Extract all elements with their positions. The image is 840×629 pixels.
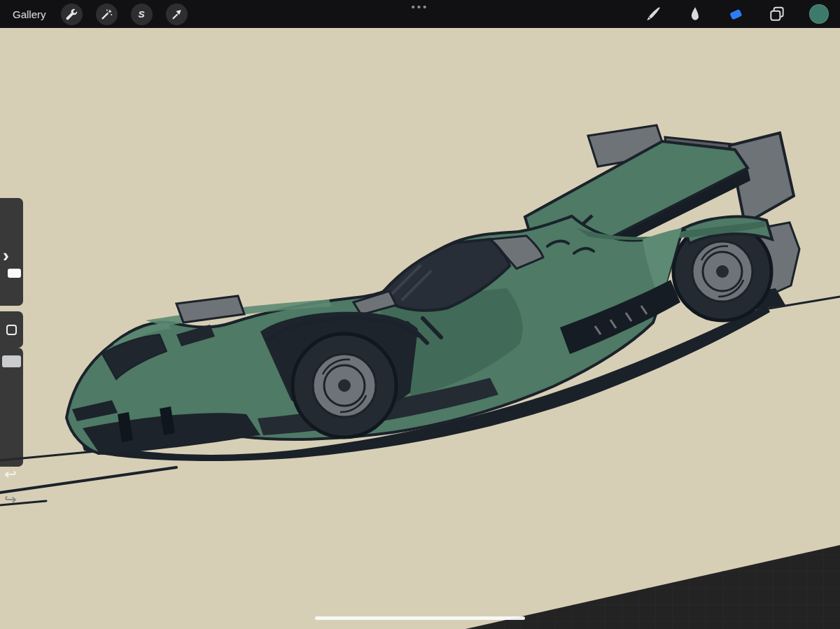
redo-button[interactable]: ↪: [4, 491, 17, 508]
magic-wand-icon: [100, 8, 113, 20]
toolbar-right: [644, 0, 829, 28]
modify-square-icon: [6, 325, 17, 335]
eraser-tool-button-active[interactable]: [727, 5, 745, 23]
gallery-button[interactable]: Gallery: [13, 8, 46, 20]
front-wheel: [293, 334, 396, 437]
svg-text:S: S: [139, 9, 145, 20]
brush-tool-button[interactable]: [644, 5, 662, 23]
color-swatch-button[interactable]: [809, 4, 829, 24]
opacity-slider[interactable]: [0, 348, 23, 467]
rear-hub: [716, 265, 729, 278]
canvas-art: [0, 0, 840, 629]
transform-arrow-icon: [170, 8, 183, 20]
top-toolbar: Gallery S: [0, 0, 840, 28]
layers-button[interactable]: [768, 5, 786, 23]
brush-size-handle[interactable]: [8, 269, 21, 278]
selection-button[interactable]: S: [131, 3, 153, 25]
smudge-tool-button[interactable]: [685, 5, 704, 23]
front-hub: [338, 379, 351, 392]
actions-button[interactable]: [61, 3, 83, 25]
procreate-window: Gallery S: [0, 0, 840, 629]
opacity-handle[interactable]: [2, 355, 21, 367]
home-indicator[interactable]: [315, 616, 525, 620]
modify-button[interactable]: [0, 311, 23, 348]
sidebar-handle-chevron[interactable]: ›: [3, 246, 9, 264]
undo-button[interactable]: ↩: [4, 466, 17, 483]
adjustments-button[interactable]: [96, 3, 118, 25]
toolbar-left: Gallery S: [0, 3, 188, 25]
transform-button[interactable]: [166, 3, 188, 25]
canvas[interactable]: [0, 0, 840, 629]
selection-icon: S: [135, 8, 148, 20]
wrench-icon: [65, 8, 78, 20]
